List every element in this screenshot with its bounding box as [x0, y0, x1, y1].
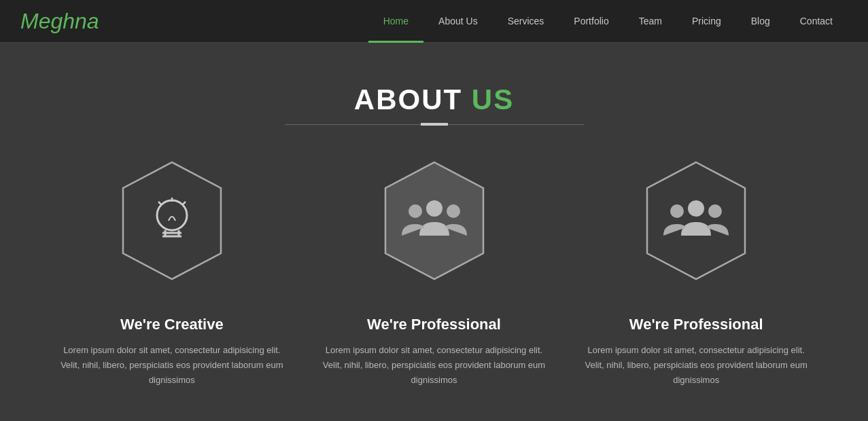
nav-item-blog[interactable]: Blog [736, 0, 785, 43]
title-white: ABOUT [354, 84, 472, 115]
hexagon-shape-2 [380, 160, 489, 282]
cards-row: We're Creative Lorem ipsum dolor sit ame… [54, 160, 814, 388]
card-creative-title: We're Creative [120, 316, 224, 333]
section-title: ABOUT US [54, 84, 814, 116]
nav-item-about[interactable]: About Us [423, 0, 493, 43]
svg-point-16 [708, 204, 722, 218]
nav-item-team[interactable]: Team [624, 0, 677, 43]
svg-point-12 [447, 204, 460, 218]
nav-item-home[interactable]: Home [368, 0, 423, 43]
card-creative: We're Creative Lorem ipsum dolor sit ame… [54, 160, 290, 388]
nav-item-portfolio[interactable]: Portfolio [559, 0, 623, 43]
card-professional-2-desc: Lorem ipsum dolor sit amet, consectetur … [578, 343, 814, 388]
hexagon-bulb [111, 160, 233, 295]
hexagon-shape [118, 160, 226, 282]
svg-marker-9 [385, 162, 483, 279]
svg-point-14 [688, 200, 704, 217]
card-professional-1-title: We're Professional [367, 316, 501, 333]
svg-point-11 [409, 204, 422, 218]
nav-links: Home About Us Services Portfolio Team Pr… [368, 0, 848, 43]
nav-item-services[interactable]: Services [493, 0, 559, 43]
card-professional-2-title: We're Professional [629, 316, 763, 333]
section-divider [54, 123, 814, 126]
hexagon-shape-3 [642, 160, 750, 282]
card-professional-2: We're Professional Lorem ipsum dolor sit… [578, 160, 814, 388]
nav-item-contact[interactable]: Contact [785, 0, 848, 43]
card-creative-desc: Lorem ipsum dolor sit amet, consectetur … [54, 343, 290, 388]
svg-point-10 [426, 200, 442, 217]
card-professional-1-desc: Lorem ipsum dolor sit amet, consectetur … [317, 343, 552, 388]
svg-point-15 [670, 204, 684, 218]
hexagon-team-2 [635, 160, 757, 295]
divider-right-line [448, 124, 584, 125]
divider-left-line [285, 124, 421, 125]
navbar: Meghna Home About Us Services Portfolio … [0, 0, 868, 43]
divider-accent [421, 123, 448, 126]
hexagon-team-1 [373, 160, 496, 295]
nav-item-pricing[interactable]: Pricing [677, 0, 736, 43]
title-green: US [472, 84, 514, 115]
main-content: ABOUT US [0, 43, 868, 421]
svg-marker-13 [647, 162, 745, 279]
site-logo[interactable]: Meghna [20, 9, 368, 34]
svg-marker-0 [123, 162, 221, 279]
card-professional-1: We're Professional Lorem ipsum dolor sit… [317, 160, 552, 388]
